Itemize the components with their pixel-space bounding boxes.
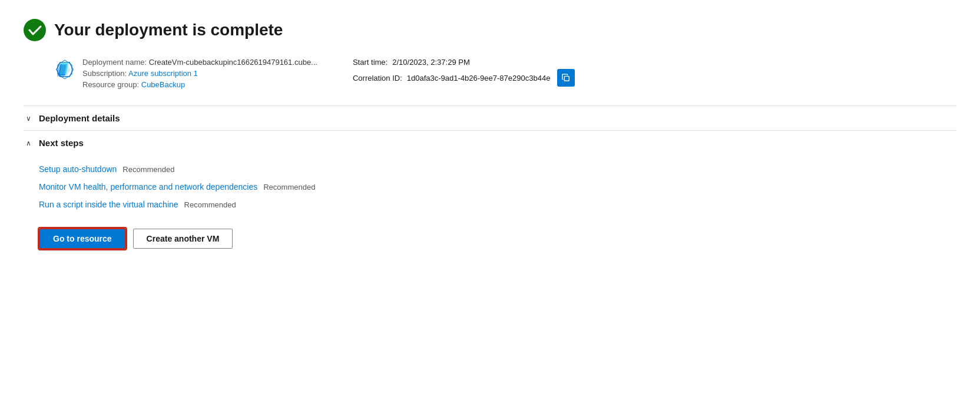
correlation-id-row: Correlation ID: 1d0afa3c-9ad1-4b26-9ee7-… [353, 69, 575, 87]
meta-right: Start time: 2/10/2023, 2:37:29 PM Correl… [353, 58, 575, 89]
next-step-row-2: Run a script inside the virtual machine … [39, 200, 956, 209]
next-step-row-1: Monitor VM health, performance and netwo… [39, 182, 956, 192]
meta-section: Deployment name: CreateVm-cubebackupinc1… [54, 58, 956, 89]
start-time-label: Start time: [353, 58, 388, 67]
deployment-details-chevron-icon: ∨ [24, 114, 33, 123]
meta-lines: Deployment name: CreateVm-cubebackupinc1… [82, 58, 317, 89]
resource-group-label: Resource group: [82, 80, 139, 89]
next-steps-content: Setup auto-shutdown Recommended Monitor … [24, 155, 956, 222]
subscription-link[interactable]: Azure subscription 1 [128, 69, 198, 78]
next-steps-toggle[interactable]: ∧ Next steps [24, 130, 956, 155]
next-steps-chevron-icon: ∧ [24, 139, 33, 147]
resource-group-link[interactable]: CubeBackup [141, 80, 185, 89]
page-header: Your deployment is complete [24, 19, 956, 41]
copy-correlation-id-button[interactable] [557, 69, 575, 87]
resource-group-line: Resource group: CubeBackup [82, 80, 317, 89]
monitor-vm-health-link[interactable]: Monitor VM health, performance and netwo… [39, 182, 257, 192]
subscription-label: Subscription: [82, 69, 127, 78]
run-script-badge: Recommended [184, 200, 236, 209]
deployment-name-value: CreateVm-cubebackupinc1662619479161.cube… [149, 58, 317, 67]
deployment-details-section: ∨ Deployment details ∧ Next steps Setup … [24, 105, 956, 261]
deployment-details-toggle[interactable]: ∨ Deployment details [24, 105, 956, 130]
success-check-icon [24, 19, 46, 41]
correlation-id-value: 1d0afa3c-9ad1-4b26-9ee7-87e290c3b44e [407, 74, 551, 82]
setup-auto-shutdown-link[interactable]: Setup auto-shutdown [39, 164, 117, 174]
azure-logo-icon [54, 59, 75, 80]
correlation-id-label: Correlation ID: [353, 74, 402, 82]
deployment-details-title: Deployment details [39, 113, 120, 123]
start-time-value: 2/10/2023, 2:37:29 PM [392, 58, 470, 67]
actions-row: Go to resource Create another VM [24, 228, 956, 261]
svg-rect-6 [565, 76, 570, 81]
deployment-name-line: Deployment name: CreateVm-cubebackupinc1… [82, 58, 317, 67]
monitor-vm-health-badge: Recommended [263, 183, 315, 192]
start-time-row: Start time: 2/10/2023, 2:37:29 PM [353, 58, 575, 67]
create-another-vm-button[interactable]: Create another VM [133, 229, 233, 249]
deployment-name-label: Deployment name: [82, 58, 147, 67]
go-to-resource-button[interactable]: Go to resource [39, 228, 126, 249]
meta-left: Deployment name: CreateVm-cubebackupinc1… [54, 58, 317, 89]
next-steps-title: Next steps [39, 138, 84, 148]
run-script-link[interactable]: Run a script inside the virtual machine [39, 200, 178, 209]
page-title: Your deployment is complete [54, 21, 283, 39]
setup-auto-shutdown-badge: Recommended [122, 165, 174, 174]
svg-point-0 [24, 19, 46, 41]
subscription-line: Subscription: Azure subscription 1 [82, 69, 317, 78]
next-step-row-0: Setup auto-shutdown Recommended [39, 164, 956, 174]
